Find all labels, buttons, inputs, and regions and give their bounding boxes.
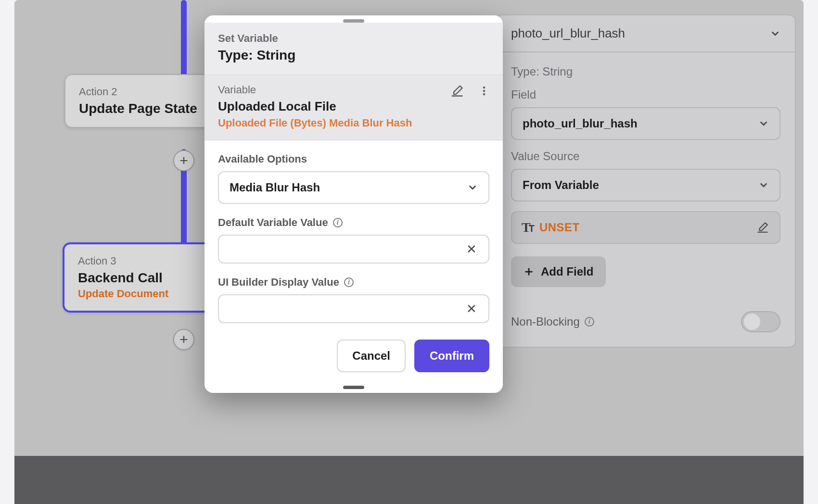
unset-text: UNSET bbox=[539, 221, 580, 234]
value-source-label: Value Source bbox=[511, 150, 780, 163]
info-icon[interactable]: i bbox=[344, 277, 354, 287]
add-field-button[interactable]: Add Field bbox=[511, 256, 606, 287]
default-value-input[interactable] bbox=[228, 243, 463, 255]
unset-value-row[interactable]: TT UNSET bbox=[511, 211, 780, 244]
field-select-value: photo_url_blur_hash bbox=[523, 117, 638, 130]
field-label: Field bbox=[511, 88, 780, 101]
more-vertical-icon[interactable] bbox=[477, 84, 491, 98]
drag-handle-icon[interactable] bbox=[343, 386, 364, 389]
field-select[interactable]: photo_url_blur_hash bbox=[511, 107, 780, 140]
chevron-down-icon bbox=[758, 118, 769, 129]
info-icon[interactable]: i bbox=[333, 218, 343, 227]
properties-panel: photo_url_blur_hash Type: String Field p… bbox=[496, 14, 796, 348]
cancel-button[interactable]: Cancel bbox=[337, 340, 406, 372]
variable-subtitle: Uploaded File (Bytes) Media Blur Hash bbox=[218, 117, 489, 129]
display-value-input[interactable] bbox=[228, 302, 463, 315]
variable-label: Variable bbox=[218, 84, 489, 96]
chevron-down-icon bbox=[467, 182, 478, 193]
properties-header[interactable]: photo_url_blur_hash bbox=[497, 15, 795, 52]
properties-header-title: photo_url_blur_hash bbox=[511, 26, 625, 41]
set-variable-modal: Set Variable Type: String Variable Uploa… bbox=[204, 15, 503, 393]
chevron-down-icon bbox=[770, 28, 780, 39]
default-value-field[interactable]: ✕ bbox=[218, 235, 489, 264]
add-node-button[interactable]: + bbox=[173, 150, 194, 171]
type-label: Type: String bbox=[511, 65, 780, 78]
edit-icon[interactable] bbox=[450, 84, 464, 98]
drag-handle-icon[interactable] bbox=[343, 19, 364, 23]
svg-point-2 bbox=[483, 87, 485, 88]
variable-title: Uploaded Local File bbox=[218, 99, 489, 114]
non-blocking-label: Non-Blocking i bbox=[511, 315, 594, 328]
display-value-label: UI Builder Display Value i bbox=[218, 276, 489, 289]
bottom-bar bbox=[14, 456, 804, 504]
non-blocking-toggle[interactable] bbox=[741, 311, 780, 332]
available-options-value: Media Blur Hash bbox=[230, 181, 320, 194]
clear-icon[interactable]: ✕ bbox=[463, 242, 480, 257]
modal-header-big: Type: String bbox=[218, 48, 489, 63]
value-source-select[interactable]: From Variable bbox=[511, 169, 780, 202]
modal-header: Set Variable Type: String bbox=[204, 23, 503, 75]
text-type-icon: TT bbox=[522, 220, 533, 235]
variable-section: Variable Uploaded Local File Uploaded Fi… bbox=[204, 75, 503, 140]
info-icon[interactable]: i bbox=[585, 317, 594, 327]
default-value-label: Default Variable Value i bbox=[218, 216, 489, 229]
confirm-button[interactable]: Confirm bbox=[414, 340, 489, 372]
add-field-label: Add Field bbox=[541, 265, 593, 278]
modal-header-small: Set Variable bbox=[218, 32, 489, 45]
value-source-value: From Variable bbox=[523, 178, 599, 192]
display-value-field[interactable]: ✕ bbox=[218, 294, 489, 323]
clear-icon[interactable]: ✕ bbox=[463, 302, 480, 316]
available-options-select[interactable]: Media Blur Hash bbox=[218, 171, 489, 204]
svg-point-3 bbox=[483, 90, 485, 92]
edit-icon[interactable] bbox=[755, 220, 770, 235]
available-options-label: Available Options bbox=[218, 153, 489, 165]
chevron-down-icon bbox=[758, 180, 769, 190]
svg-point-4 bbox=[483, 93, 485, 95]
add-node-button[interactable]: + bbox=[173, 329, 194, 350]
